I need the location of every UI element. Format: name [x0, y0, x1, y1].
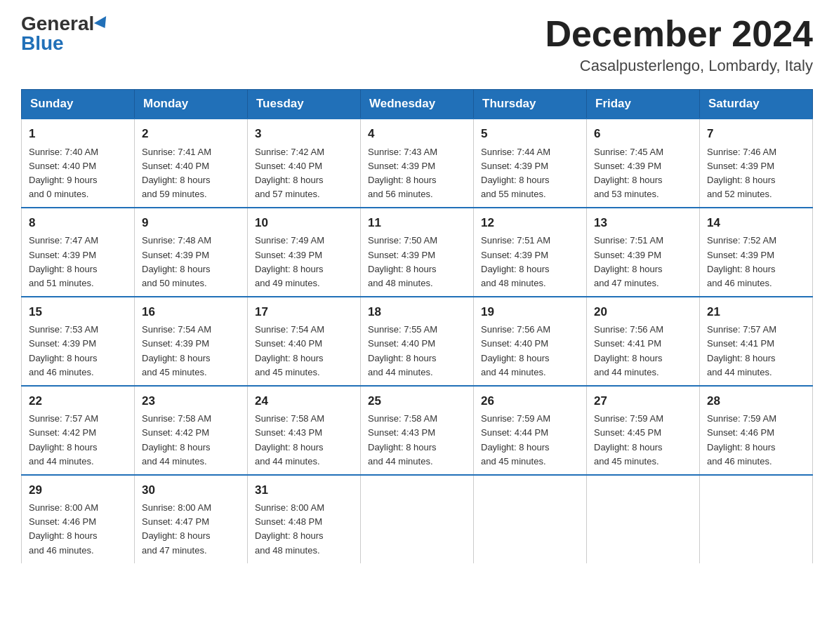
logo: General Blue	[21, 14, 110, 53]
calendar-cell: 18Sunrise: 7:55 AMSunset: 4:40 PMDayligh…	[361, 297, 474, 386]
day-number: 28	[707, 392, 805, 410]
month-title: December 2024	[545, 14, 813, 54]
calendar-cell: 26Sunrise: 7:59 AMSunset: 4:44 PMDayligh…	[474, 386, 587, 475]
day-info: Sunrise: 7:44 AMSunset: 4:39 PMDaylight:…	[481, 145, 579, 202]
calendar-cell: 6Sunrise: 7:45 AMSunset: 4:39 PMDaylight…	[587, 119, 700, 208]
header-wednesday: Wednesday	[361, 90, 474, 119]
day-info: Sunrise: 7:51 AMSunset: 4:39 PMDaylight:…	[481, 234, 579, 290]
day-info: Sunrise: 7:48 AMSunset: 4:39 PMDaylight:…	[142, 234, 240, 290]
day-info: Sunrise: 7:46 AMSunset: 4:39 PMDaylight:…	[707, 145, 805, 202]
calendar-cell	[587, 475, 700, 563]
calendar-cell: 4Sunrise: 7:43 AMSunset: 4:39 PMDaylight…	[361, 119, 474, 208]
day-number: 23	[142, 392, 240, 410]
calendar-cell: 28Sunrise: 7:59 AMSunset: 4:46 PMDayligh…	[700, 386, 813, 475]
day-number: 26	[481, 392, 579, 410]
calendar-cell	[700, 475, 813, 563]
day-info: Sunrise: 7:52 AMSunset: 4:39 PMDaylight:…	[707, 234, 805, 290]
calendar-cell: 19Sunrise: 7:56 AMSunset: 4:40 PMDayligh…	[474, 297, 587, 386]
day-number: 21	[707, 303, 805, 321]
header-monday: Monday	[135, 90, 248, 119]
calendar-cell: 30Sunrise: 8:00 AMSunset: 4:47 PMDayligh…	[135, 475, 248, 563]
calendar-cell: 10Sunrise: 7:49 AMSunset: 4:39 PMDayligh…	[248, 208, 361, 297]
calendar-cell: 29Sunrise: 8:00 AMSunset: 4:46 PMDayligh…	[22, 475, 135, 563]
calendar-cell: 2Sunrise: 7:41 AMSunset: 4:40 PMDaylight…	[135, 119, 248, 208]
day-number: 31	[255, 481, 353, 499]
day-info: Sunrise: 7:55 AMSunset: 4:40 PMDaylight:…	[368, 323, 466, 380]
calendar-cell: 25Sunrise: 7:58 AMSunset: 4:43 PMDayligh…	[361, 386, 474, 475]
day-number: 1	[29, 125, 127, 143]
calendar-cell: 31Sunrise: 8:00 AMSunset: 4:48 PMDayligh…	[248, 475, 361, 563]
day-number: 15	[29, 303, 127, 321]
calendar-cell: 3Sunrise: 7:42 AMSunset: 4:40 PMDaylight…	[248, 119, 361, 208]
calendar-cell: 22Sunrise: 7:57 AMSunset: 4:42 PMDayligh…	[22, 386, 135, 475]
day-info: Sunrise: 7:47 AMSunset: 4:39 PMDaylight:…	[29, 234, 127, 290]
day-number: 6	[594, 125, 692, 143]
day-info: Sunrise: 7:54 AMSunset: 4:39 PMDaylight:…	[142, 323, 240, 380]
location-text: Casalpusterlengo, Lombardy, Italy	[545, 57, 813, 75]
calendar-cell: 11Sunrise: 7:50 AMSunset: 4:39 PMDayligh…	[361, 208, 474, 297]
calendar-cell: 9Sunrise: 7:48 AMSunset: 4:39 PMDaylight…	[135, 208, 248, 297]
day-info: Sunrise: 7:40 AMSunset: 4:40 PMDaylight:…	[29, 145, 127, 202]
day-info: Sunrise: 8:00 AMSunset: 4:46 PMDaylight:…	[29, 501, 127, 558]
day-number: 19	[481, 303, 579, 321]
days-header-row: SundayMondayTuesdayWednesdayThursdayFrid…	[22, 90, 813, 119]
calendar-cell: 17Sunrise: 7:54 AMSunset: 4:40 PMDayligh…	[248, 297, 361, 386]
day-number: 29	[29, 481, 127, 499]
header-thursday: Thursday	[474, 90, 587, 119]
day-number: 24	[255, 392, 353, 410]
calendar-cell: 16Sunrise: 7:54 AMSunset: 4:39 PMDayligh…	[135, 297, 248, 386]
day-info: Sunrise: 7:56 AMSunset: 4:40 PMDaylight:…	[481, 323, 579, 380]
day-info: Sunrise: 7:54 AMSunset: 4:40 PMDaylight:…	[255, 323, 353, 380]
day-number: 12	[481, 214, 579, 232]
week-row-4: 22Sunrise: 7:57 AMSunset: 4:42 PMDayligh…	[22, 386, 813, 475]
day-info: Sunrise: 7:59 AMSunset: 4:46 PMDaylight:…	[707, 412, 805, 469]
calendar-cell: 20Sunrise: 7:56 AMSunset: 4:41 PMDayligh…	[587, 297, 700, 386]
day-info: Sunrise: 7:42 AMSunset: 4:40 PMDaylight:…	[255, 145, 353, 202]
day-info: Sunrise: 7:53 AMSunset: 4:39 PMDaylight:…	[29, 323, 127, 380]
day-info: Sunrise: 7:59 AMSunset: 4:45 PMDaylight:…	[594, 412, 692, 469]
logo-triangle-icon	[94, 16, 111, 32]
header-friday: Friday	[587, 90, 700, 119]
day-number: 22	[29, 392, 127, 410]
day-number: 16	[142, 303, 240, 321]
day-info: Sunrise: 7:57 AMSunset: 4:42 PMDaylight:…	[29, 412, 127, 469]
calendar-cell	[474, 475, 587, 563]
calendar-table: SundayMondayTuesdayWednesdayThursdayFrid…	[21, 89, 813, 563]
header-sunday: Sunday	[22, 90, 135, 119]
calendar-cell: 15Sunrise: 7:53 AMSunset: 4:39 PMDayligh…	[22, 297, 135, 386]
week-row-2: 8Sunrise: 7:47 AMSunset: 4:39 PMDaylight…	[22, 208, 813, 297]
logo-blue-text: Blue	[21, 34, 64, 53]
calendar-cell: 5Sunrise: 7:44 AMSunset: 4:39 PMDaylight…	[474, 119, 587, 208]
day-info: Sunrise: 8:00 AMSunset: 4:47 PMDaylight:…	[142, 501, 240, 558]
calendar-cell	[361, 475, 474, 563]
day-number: 8	[29, 214, 127, 232]
logo-general-text: General	[21, 14, 94, 34]
day-info: Sunrise: 7:56 AMSunset: 4:41 PMDaylight:…	[594, 323, 692, 380]
day-info: Sunrise: 7:43 AMSunset: 4:39 PMDaylight:…	[368, 145, 466, 202]
calendar-cell: 7Sunrise: 7:46 AMSunset: 4:39 PMDaylight…	[700, 119, 813, 208]
day-number: 14	[707, 214, 805, 232]
day-info: Sunrise: 7:49 AMSunset: 4:39 PMDaylight:…	[255, 234, 353, 290]
day-number: 7	[707, 125, 805, 143]
day-info: Sunrise: 7:50 AMSunset: 4:39 PMDaylight:…	[368, 234, 466, 290]
day-number: 2	[142, 125, 240, 143]
day-number: 9	[142, 214, 240, 232]
calendar-cell: 24Sunrise: 7:58 AMSunset: 4:43 PMDayligh…	[248, 386, 361, 475]
header-tuesday: Tuesday	[248, 90, 361, 119]
calendar-cell: 8Sunrise: 7:47 AMSunset: 4:39 PMDaylight…	[22, 208, 135, 297]
day-number: 3	[255, 125, 353, 143]
calendar-cell: 1Sunrise: 7:40 AMSunset: 4:40 PMDaylight…	[22, 119, 135, 208]
week-row-1: 1Sunrise: 7:40 AMSunset: 4:40 PMDaylight…	[22, 119, 813, 208]
calendar-cell: 13Sunrise: 7:51 AMSunset: 4:39 PMDayligh…	[587, 208, 700, 297]
week-row-5: 29Sunrise: 8:00 AMSunset: 4:46 PMDayligh…	[22, 475, 813, 563]
header-saturday: Saturday	[700, 90, 813, 119]
day-info: Sunrise: 7:58 AMSunset: 4:42 PMDaylight:…	[142, 412, 240, 469]
day-info: Sunrise: 7:51 AMSunset: 4:39 PMDaylight:…	[594, 234, 692, 290]
day-number: 5	[481, 125, 579, 143]
calendar-cell: 27Sunrise: 7:59 AMSunset: 4:45 PMDayligh…	[587, 386, 700, 475]
day-number: 13	[594, 214, 692, 232]
calendar-cell: 14Sunrise: 7:52 AMSunset: 4:39 PMDayligh…	[700, 208, 813, 297]
day-info: Sunrise: 7:58 AMSunset: 4:43 PMDaylight:…	[255, 412, 353, 469]
calendar-cell: 23Sunrise: 7:58 AMSunset: 4:42 PMDayligh…	[135, 386, 248, 475]
day-number: 11	[368, 214, 466, 232]
